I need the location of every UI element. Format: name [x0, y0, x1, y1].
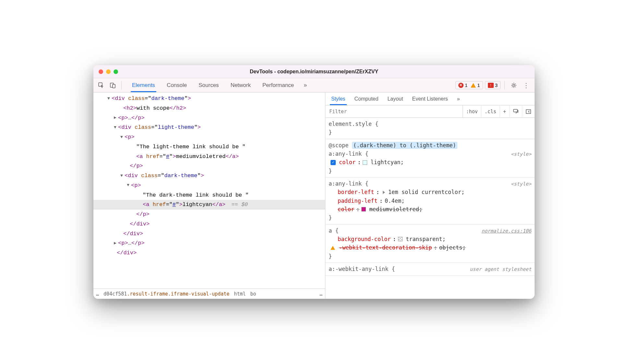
- dom-node[interactable]: ▼<div class="dark-theme">: [93, 171, 325, 181]
- rule-selector[interactable]: a {: [329, 226, 339, 235]
- rule-source-link: user agent stylesheet: [470, 266, 531, 273]
- breadcrumb-item[interactable]: d04cf581.result-iframe.iframe-visual-upd…: [103, 291, 229, 297]
- breadcrumb-item[interactable]: bo: [250, 291, 256, 297]
- warning-icon: [331, 246, 335, 250]
- color-swatch-icon[interactable]: [361, 207, 366, 212]
- svg-rect-2: [113, 84, 115, 88]
- maximize-window-button[interactable]: [114, 69, 118, 74]
- inspect-element-icon[interactable]: [96, 80, 106, 91]
- dom-node[interactable]: <a href="#">lightcyan</a> == $0: [93, 200, 325, 210]
- expand-arrow-icon[interactable]: ▶: [113, 240, 117, 247]
- css-declaration[interactable]: border-left:1em solid currentcolor;: [329, 188, 531, 196]
- styles-tab-layout[interactable]: Layout: [383, 92, 407, 105]
- issues-count: 3: [495, 82, 498, 88]
- style-rule[interactable]: a {normalize.css:106background-color: tr…: [325, 224, 535, 263]
- new-rule-button[interactable]: +: [500, 105, 510, 117]
- property-checkbox[interactable]: ✓: [331, 160, 336, 165]
- breadcrumb-item[interactable]: html: [234, 291, 246, 297]
- css-declaration[interactable]: padding-left: 0.4em;: [329, 197, 531, 205]
- expand-arrow-icon[interactable]: ▼: [126, 182, 130, 189]
- css-declaration[interactable]: -webkit-text-decoration-skip: objects;: [329, 243, 531, 252]
- warning-count: 1: [477, 82, 480, 88]
- rule-selector[interactable]: a:any-link {: [329, 150, 368, 158]
- styles-toolbar: :hov .cls +: [325, 105, 535, 118]
- expand-arrow-icon[interactable]: ▼: [119, 134, 124, 141]
- dom-node[interactable]: </p>: [93, 161, 325, 171]
- more-tabs-icon[interactable]: »: [300, 82, 311, 89]
- css-declaration[interactable]: ✓color: lightcyan;: [329, 158, 531, 166]
- styles-tabs: StylesComputedLayoutEvent Listeners»: [325, 92, 535, 105]
- expand-arrow-icon[interactable]: ▼: [113, 124, 117, 131]
- dom-node[interactable]: </div>: [93, 219, 325, 229]
- issue-icon: !: [488, 83, 494, 88]
- error-icon: ✕: [458, 83, 464, 88]
- dom-node[interactable]: </p>: [93, 210, 325, 219]
- rule-source-link: <style>: [511, 151, 531, 158]
- color-swatch-icon[interactable]: [398, 237, 403, 241]
- styles-tab-computed[interactable]: Computed: [350, 92, 383, 105]
- rule-source-link[interactable]: normalize.css:106: [481, 227, 531, 235]
- styles-paint-icon[interactable]: [510, 105, 522, 117]
- styles-tab-styles[interactable]: Styles: [327, 92, 350, 105]
- dom-node[interactable]: </div>: [93, 248, 325, 258]
- styles-rules[interactable]: element.style {}@scope (.dark-theme) to …: [325, 118, 535, 299]
- expand-arrow-icon[interactable]: ▶: [113, 114, 117, 122]
- styles-more-tabs-icon[interactable]: »: [453, 92, 465, 105]
- style-rule[interactable]: @scope (.dark-theme) to (.light-theme)a:…: [325, 139, 535, 177]
- close-window-button[interactable]: [99, 69, 103, 74]
- hov-toggle[interactable]: :hov: [463, 105, 481, 117]
- dom-node[interactable]: </div>: [93, 229, 325, 239]
- dom-node[interactable]: ▼<div class="dark-theme">: [93, 94, 325, 103]
- expand-shorthand-icon[interactable]: [383, 191, 385, 194]
- dom-node[interactable]: ▼<div class="light-theme">: [93, 123, 325, 132]
- style-rule[interactable]: element.style {}: [325, 118, 535, 139]
- tab-network[interactable]: Network: [225, 78, 257, 92]
- elements-panel: ▼<div class="dark-theme"><h2>with scope<…: [93, 92, 325, 299]
- minimize-window-button[interactable]: [106, 69, 111, 74]
- styles-filter-input[interactable]: [325, 105, 463, 117]
- panel-tabs: ElementsConsoleSourcesNetworkPerformance: [126, 78, 300, 92]
- window-title: DevTools - codepen.io/miriamsuzanne/pen/…: [250, 69, 378, 75]
- dom-node[interactable]: ▼<p>: [93, 132, 325, 142]
- computed-sidebar-toggle-icon[interactable]: [522, 105, 535, 117]
- rule-source-link: <style>: [511, 180, 531, 188]
- dom-node[interactable]: "The dark-theme link should be ": [93, 190, 325, 200]
- dom-node[interactable]: ▼<p>: [93, 181, 325, 190]
- console-status[interactable]: ✕ 1 1: [455, 81, 483, 89]
- dom-node[interactable]: <a href="#">mediumvioletred</a>: [93, 152, 325, 162]
- titlebar: DevTools - codepen.io/miriamsuzanne/pen/…: [93, 65, 535, 78]
- style-rule[interactable]: a:any-link {<style>border-left:1em solid…: [325, 177, 535, 224]
- dom-tree[interactable]: ▼<div class="dark-theme"><h2>with scope<…: [93, 92, 325, 288]
- rule-selector[interactable]: a:-webkit-any-link {: [329, 265, 395, 273]
- rule-selector[interactable]: element.style {: [329, 120, 379, 128]
- cls-toggle[interactable]: .cls: [481, 105, 500, 117]
- tab-sources[interactable]: Sources: [193, 78, 224, 92]
- dom-node[interactable]: ▶<p>…</p>: [93, 238, 325, 248]
- styles-tab-event-listeners[interactable]: Event Listeners: [407, 92, 452, 105]
- color-swatch-icon[interactable]: [363, 160, 367, 165]
- tab-performance[interactable]: Performance: [257, 78, 300, 92]
- warning-icon: [471, 83, 476, 88]
- style-rule[interactable]: a:-webkit-any-link {user agent styleshee…: [325, 263, 535, 275]
- device-toggle-icon[interactable]: [108, 80, 118, 91]
- expand-arrow-icon[interactable]: ▼: [106, 95, 111, 103]
- css-declaration[interactable]: background-color: transparent;: [329, 235, 531, 243]
- error-count: 1: [465, 82, 467, 88]
- more-options-icon[interactable]: ⋮: [521, 80, 531, 91]
- rule-selector[interactable]: a:any-link {: [329, 179, 368, 188]
- expand-arrow-icon[interactable]: ▼: [119, 172, 124, 180]
- issues-badge[interactable]: ! 3: [485, 81, 501, 89]
- dom-node[interactable]: "The light-theme link should be ": [93, 142, 325, 152]
- dom-node[interactable]: <h2>with scope</h2>: [93, 103, 325, 113]
- svg-point-3: [513, 84, 515, 86]
- devtools-window: DevTools - codepen.io/miriamsuzanne/pen/…: [93, 65, 535, 299]
- main-toolbar: ElementsConsoleSourcesNetworkPerformance…: [93, 78, 535, 92]
- svg-rect-4: [513, 109, 517, 112]
- breadcrumb-bar[interactable]: …d04cf581.result-iframe.iframe-visual-up…: [93, 288, 325, 299]
- tab-elements[interactable]: Elements: [126, 78, 161, 92]
- traffic-lights: [99, 69, 118, 74]
- settings-icon[interactable]: [509, 80, 519, 91]
- tab-console[interactable]: Console: [161, 78, 193, 92]
- dom-node[interactable]: ▶<p>…</p>: [93, 113, 325, 123]
- css-declaration[interactable]: color: mediumvioletred;: [329, 205, 531, 213]
